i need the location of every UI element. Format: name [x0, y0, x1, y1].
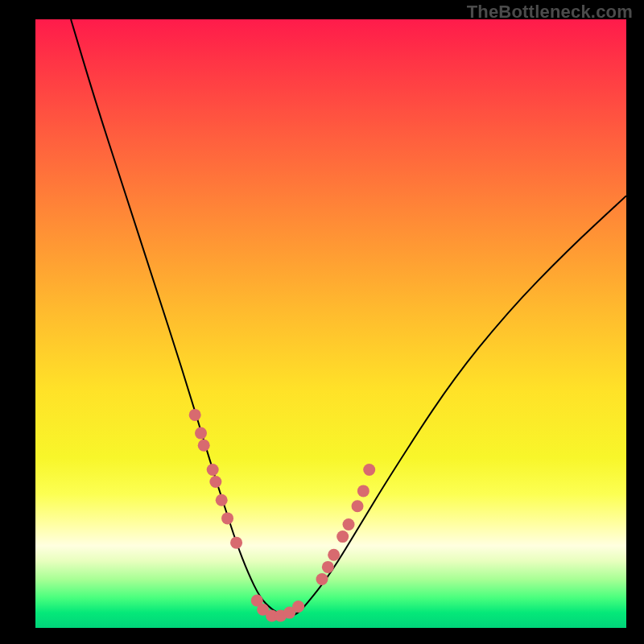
data-point [195, 427, 207, 440]
data-point [292, 601, 304, 613]
plot-area [35, 19, 626, 628]
data-markers [189, 409, 376, 621]
data-point [336, 530, 349, 543]
data-point [328, 549, 340, 561]
data-point [207, 464, 219, 476]
data-point [343, 518, 355, 530]
data-point [316, 573, 328, 585]
data-point [352, 500, 364, 512]
data-point [357, 485, 369, 497]
data-point [221, 512, 233, 524]
chart-frame: TheBottleneck.com [0, 0, 644, 644]
data-point [322, 561, 334, 573]
data-point [198, 440, 210, 452]
curve-layer [35, 19, 626, 628]
data-point [363, 464, 375, 476]
data-point [189, 409, 201, 421]
data-point [209, 476, 221, 488]
data-point [230, 537, 242, 549]
data-point [216, 494, 228, 506]
